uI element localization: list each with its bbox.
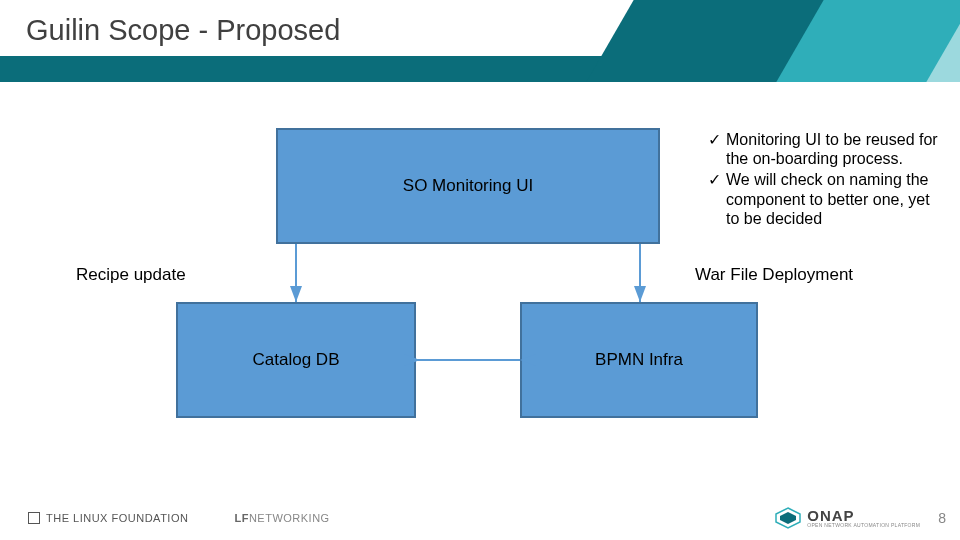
footer: THE LINUX FOUNDATION LFNETWORKING ONAP O…: [0, 496, 960, 540]
node-so-monitoring-ui: SO Monitoring UI: [276, 128, 660, 244]
page-title: Guilin Scope - Proposed: [26, 14, 340, 47]
svg-marker-1: [780, 512, 796, 524]
list-item: ✓ Monitoring UI to be reused for the on-…: [708, 130, 943, 168]
node-label: SO Monitoring UI: [403, 176, 533, 196]
edge-label-war-file-deployment: War File Deployment: [695, 265, 853, 285]
footer-onap-subtext: OPEN NETWORK AUTOMATION PLATFORM: [807, 523, 920, 528]
node-catalog-db: Catalog DB: [176, 302, 416, 418]
footer-lfnetworking-logo: LFNETWORKING: [228, 512, 329, 524]
square-icon: [28, 512, 40, 524]
page-number: 8: [938, 510, 946, 526]
footer-lfnet-rest: NETWORKING: [249, 512, 330, 524]
bullet-list: ✓ Monitoring UI to be reused for the on-…: [708, 130, 943, 230]
title-band: Guilin Scope - Proposed: [0, 0, 960, 82]
footer-onap-text: ONAP: [807, 508, 920, 523]
node-label: Catalog DB: [253, 350, 340, 370]
edge-label-recipe-update: Recipe update: [76, 265, 186, 285]
footer-lfnet-prefix: LF: [234, 512, 248, 524]
footer-linux-foundation-logo: THE LINUX FOUNDATION: [28, 512, 188, 524]
check-icon: ✓: [708, 170, 726, 189]
check-icon: ✓: [708, 130, 726, 149]
footer-lf-text: THE LINUX FOUNDATION: [46, 512, 188, 524]
footer-onap-logo: ONAP OPEN NETWORK AUTOMATION PLATFORM: [775, 507, 920, 529]
node-label: BPMN Infra: [595, 350, 683, 370]
bullet-text: We will check on naming the component to…: [726, 170, 943, 228]
node-bpmn-infra: BPMN Infra: [520, 302, 758, 418]
onap-mark-icon: [775, 507, 801, 529]
bullet-text: Monitoring UI to be reused for the on-bo…: [726, 130, 943, 168]
list-item: ✓ We will check on naming the component …: [708, 170, 943, 228]
